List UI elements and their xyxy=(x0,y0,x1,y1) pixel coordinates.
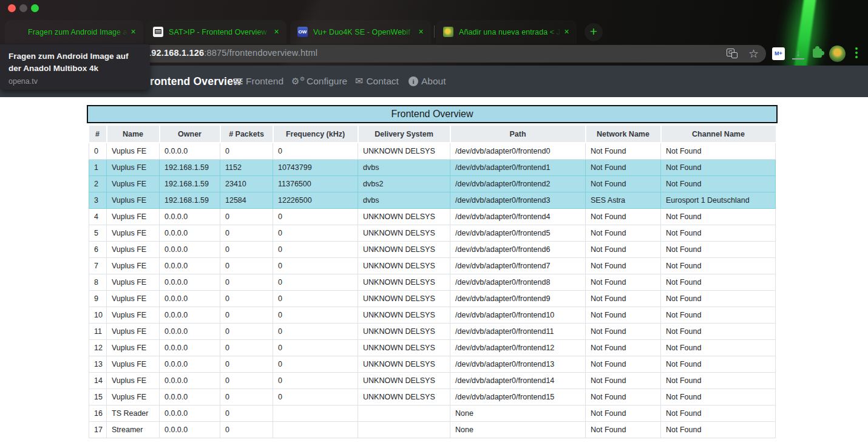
table-cell: 0 xyxy=(220,323,273,339)
table-cell: Vuplus FE xyxy=(107,257,160,274)
table-cell: 4 xyxy=(89,208,107,225)
table-row: 1Vuplus FE192.168.1.59115210743799dvbs/d… xyxy=(89,159,776,175)
table-row: 2Vuplus FE192.168.1.592341011376500dvbs2… xyxy=(89,175,776,192)
gears-icon: ⚙⚙ xyxy=(291,76,303,87)
table-cell: 0.0.0.0 xyxy=(160,257,220,274)
table-cell xyxy=(358,405,450,421)
table-cell: 15 xyxy=(89,389,107,405)
table-cell: Not Found xyxy=(586,143,661,159)
tab-title: Fragen zum Android Image auf xyxy=(28,28,128,36)
table-cell: 192.168.1.59 xyxy=(160,192,220,208)
table-cell: Vuplus FE xyxy=(107,159,160,175)
url-host: 192.168.1.126 xyxy=(146,48,204,58)
url-text: 192.168.1.126:8875/frontendoverview.html xyxy=(146,48,317,58)
table-cell: 0.0.0.0 xyxy=(160,372,220,389)
close-tab-icon[interactable]: × xyxy=(561,27,572,37)
table-cell: Not Found xyxy=(661,421,776,438)
table-cell: 1152 xyxy=(220,159,273,175)
mplus-extension-icon[interactable]: M+ xyxy=(772,47,785,60)
tab-openwebif[interactable]: OW Vu+ Duo4K SE - OpenWebif × xyxy=(290,20,431,44)
table-cell: Vuplus FE xyxy=(107,307,160,323)
table-cell: Not Found xyxy=(586,307,661,323)
table-cell: dvbs xyxy=(358,192,450,208)
column-header: # Packets xyxy=(220,126,273,143)
table-cell: 23410 xyxy=(220,175,273,192)
table-cell: Vuplus FE xyxy=(107,274,160,290)
table-cell: 16 xyxy=(89,405,107,421)
table-cell: Vuplus FE xyxy=(107,290,160,307)
table-cell: /dev/dvb/adapter0/frontend12 xyxy=(450,339,586,356)
table-cell: /dev/dvb/adapter0/frontend9 xyxy=(450,290,586,307)
table-cell: Not Found xyxy=(586,274,661,290)
window-close-button[interactable] xyxy=(8,4,16,12)
table-cell: 0 xyxy=(220,143,273,159)
table-cell: 10743799 xyxy=(273,159,358,175)
table-cell: 0 xyxy=(273,257,358,274)
window-minimize-button[interactable] xyxy=(19,4,27,12)
window-zoom-button[interactable] xyxy=(31,4,39,12)
table-cell: Vuplus FE xyxy=(107,143,160,159)
nav-item-configure[interactable]: ⚙⚙ Configure xyxy=(291,76,347,87)
tab-title: SAT>IP - Frontend Overview xyxy=(169,28,271,36)
table-cell: Not Found xyxy=(661,159,776,175)
table-cell: 7 xyxy=(89,257,107,274)
download-icon[interactable]: ↓ xyxy=(792,47,804,59)
table-cell: 11 xyxy=(89,323,107,339)
close-tab-icon[interactable]: × xyxy=(271,27,282,37)
tab-anadir-entrada[interactable]: Añadir una nueva entrada < Ju × xyxy=(436,20,577,44)
table-cell: Not Found xyxy=(661,241,776,257)
table-cell: 0.0.0.0 xyxy=(160,389,220,405)
table-cell: UNKNOWN DELSYS xyxy=(358,225,450,241)
table-cell: UNKNOWN DELSYS xyxy=(358,290,450,307)
close-tab-icon[interactable]: × xyxy=(128,27,138,37)
profile-avatar[interactable] xyxy=(829,46,846,62)
table-cell: 0 xyxy=(89,143,107,159)
table-row: 12Vuplus FE0.0.0.000UNKNOWN DELSYS/dev/d… xyxy=(89,339,776,356)
envelope-icon: ✉ xyxy=(355,76,363,86)
table-cell: /dev/dvb/adapter0/frontend0 xyxy=(450,143,586,159)
table-cell: UNKNOWN DELSYS xyxy=(358,241,450,257)
table-cell: Not Found xyxy=(661,389,776,405)
bookmark-star-icon[interactable]: ☆ xyxy=(747,47,760,60)
extensions-puzzle-icon[interactable] xyxy=(813,49,822,58)
table-cell: 0 xyxy=(220,389,273,405)
table-cell: Vuplus FE xyxy=(107,225,160,241)
satip-receiver-icon xyxy=(153,27,163,37)
table-cell: 0 xyxy=(220,274,273,290)
tooltip-domain: opena.tv xyxy=(8,77,141,86)
table-row: 3Vuplus FE192.168.1.591258412226500dvbs/… xyxy=(89,192,776,208)
table-cell: UNKNOWN DELSYS xyxy=(358,372,450,389)
table-cell: None xyxy=(450,421,586,438)
table-cell: 0.0.0.0 xyxy=(160,307,220,323)
tab-fragen-android[interactable]: Fragen zum Android Image auf × xyxy=(5,20,143,44)
table-cell: /dev/dvb/adapter0/frontend4 xyxy=(450,208,586,225)
browser-menu-icon[interactable] xyxy=(855,47,858,61)
table-cell: Not Found xyxy=(586,389,661,405)
nav-item-frontend[interactable]: Frontend xyxy=(234,76,283,87)
nav-item-about[interactable]: i About xyxy=(409,76,446,87)
navbar-brand[interactable]: Frontend Overview xyxy=(143,75,242,88)
table-cell: Vuplus FE xyxy=(107,372,160,389)
table-cell: 10 xyxy=(89,307,107,323)
nav-item-contact[interactable]: ✉ Contact xyxy=(355,76,399,87)
table-cell: 0 xyxy=(273,208,358,225)
new-tab-button[interactable]: + xyxy=(585,23,603,41)
table-cell: Not Found xyxy=(661,356,776,372)
close-tab-icon[interactable]: × xyxy=(416,27,426,37)
table-row: 6Vuplus FE0.0.0.000UNKNOWN DELSYS/dev/dv… xyxy=(89,241,776,257)
tab-title: Vu+ Duo4K SE - OpenWebif xyxy=(313,28,416,36)
tab-satip-frontend-overview[interactable]: SAT>IP - Frontend Overview × xyxy=(146,20,287,44)
table-cell: Not Found xyxy=(586,339,661,356)
table-cell: UNKNOWN DELSYS xyxy=(358,257,450,274)
column-header: Path xyxy=(450,126,586,143)
translate-icon[interactable]: G xyxy=(727,47,739,60)
table-cell: UNKNOWN DELSYS xyxy=(358,274,450,290)
table-cell: 0 xyxy=(220,208,273,225)
table-cell: 8 xyxy=(89,274,107,290)
column-header: Frequency (kHz) xyxy=(273,126,358,143)
table-cell: 0.0.0.0 xyxy=(160,356,220,372)
table-cell: UNKNOWN DELSYS xyxy=(358,323,450,339)
table-cell: 17 xyxy=(89,421,107,438)
table-cell: 0 xyxy=(220,241,273,257)
column-header: Name xyxy=(107,126,160,143)
